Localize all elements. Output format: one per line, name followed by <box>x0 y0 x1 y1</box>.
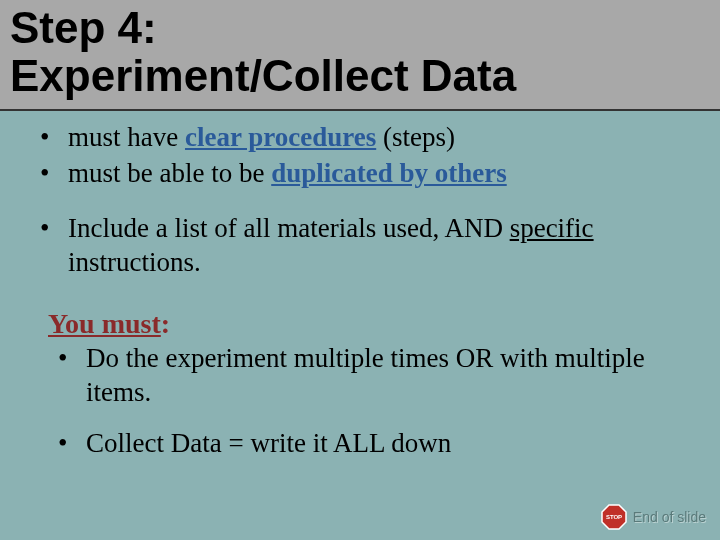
text: must have <box>68 122 185 152</box>
text: instructions. <box>68 247 201 277</box>
title-line-2: Experiment/Collect Data <box>10 51 516 100</box>
you-must-colon: : <box>161 308 170 339</box>
slide-header: Step 4: Experiment/Collect Data <box>0 0 720 111</box>
sub-bullet-collect-data: Collect Data = write it ALL down <box>58 427 700 461</box>
title-line-1: Step 4: <box>10 3 157 52</box>
bullet-clear-procedures: must have clear procedures (steps) <box>40 121 700 155</box>
text: must be able to be <box>68 158 271 188</box>
svg-text:STOP: STOP <box>606 514 622 520</box>
bullet-materials: Include a list of all materials used, AN… <box>40 212 700 280</box>
sub-list: Do the experiment multiple times OR with… <box>58 342 700 461</box>
stop-sign-icon: STOP <box>601 504 627 530</box>
sub-bullet-multiple-times: Do the experiment multiple times OR with… <box>58 342 700 410</box>
you-must-heading: You must: <box>40 282 700 340</box>
text: Include a list of all materials used, AN… <box>68 213 510 243</box>
text: (steps) <box>376 122 455 152</box>
emphasis-duplicated: duplicated by others <box>271 158 507 188</box>
end-of-slide-label: End of slide <box>633 509 706 525</box>
main-list: must have clear procedures (steps) must … <box>40 121 700 280</box>
slide-content: must have clear procedures (steps) must … <box>0 111 720 473</box>
emphasis-clear-procedures: clear procedures <box>185 122 376 152</box>
you-must-label: You must <box>48 308 161 340</box>
slide-footer: STOP End of slide <box>601 504 706 530</box>
slide-title: Step 4: Experiment/Collect Data <box>10 4 710 101</box>
underline-specific: specific <box>510 213 594 243</box>
bullet-duplicated: must be able to be duplicated by others <box>40 157 700 191</box>
